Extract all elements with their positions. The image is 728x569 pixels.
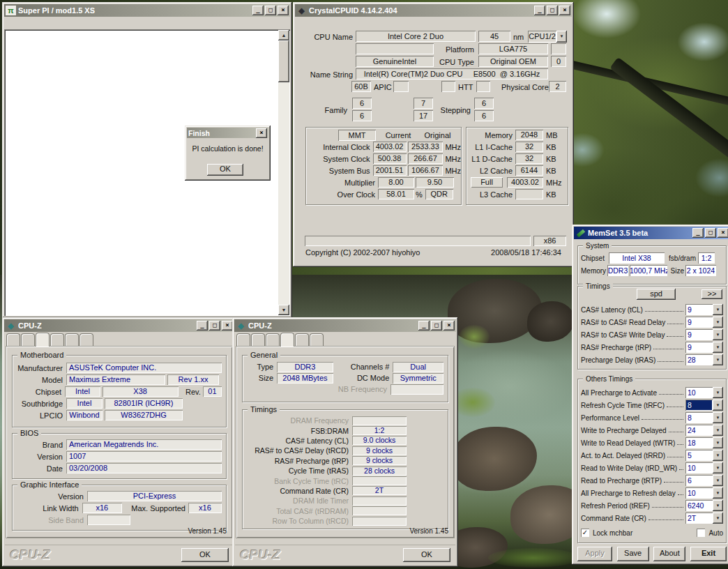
timing-select[interactable]: 10 ▼	[685, 462, 723, 473]
output-line	[9, 116, 274, 126]
scroll-thumb[interactable]	[278, 40, 289, 82]
tab[interactable]	[50, 333, 64, 346]
menu-item[interactable]	[315, 22, 325, 24]
timing-select[interactable]: 9 ▼	[685, 329, 723, 340]
save-button[interactable]: Save	[617, 547, 649, 561]
ok-button[interactable]: OK	[403, 548, 450, 562]
timing-select[interactable]: 24 ▼	[685, 425, 723, 436]
maximize-button[interactable]: □	[547, 6, 558, 15]
tab[interactable]	[21, 333, 35, 346]
chevron-down-icon[interactable]: ▼	[713, 317, 723, 328]
ok-button[interactable]: OK	[207, 164, 243, 176]
chevron-down-icon[interactable]: ▼	[556, 31, 567, 43]
maximize-button[interactable]: □	[431, 321, 442, 331]
minimize-button[interactable]: _	[197, 321, 208, 331]
tab[interactable]	[6, 333, 20, 346]
about-button[interactable]: About	[653, 547, 685, 561]
auto-checkbox[interactable]	[697, 529, 705, 537]
tab[interactable]	[36, 333, 50, 347]
memset-icon	[575, 228, 586, 238]
expand-button[interactable]: >>	[702, 289, 722, 299]
apply-button[interactable]: Apply	[577, 547, 612, 561]
lock-mchbar-checkbox[interactable]: ✓	[581, 529, 589, 537]
maximize-button[interactable]: □	[209, 321, 220, 331]
tab[interactable]	[280, 333, 294, 347]
minimize-button[interactable]: _	[252, 6, 264, 15]
chevron-down-icon[interactable]: ▼	[713, 425, 723, 436]
maximize-button[interactable]: □	[705, 228, 716, 238]
minimize-button[interactable]: _	[418, 321, 430, 331]
tab[interactable]	[79, 333, 93, 346]
memset-titlebar[interactable]: MemSet 3.5 beta _ □ ×	[574, 227, 728, 239]
close-button[interactable]: ×	[256, 128, 267, 138]
timing-select[interactable]: 9 ▼	[685, 342, 723, 353]
scrollbar[interactable]: ▲ ▼	[278, 30, 289, 315]
finish-titlebar[interactable]: Finish ×	[187, 128, 268, 138]
cpuz-titlebar[interactable]: ◆ CPU-Z _ □ ×	[4, 319, 234, 332]
mmt-button[interactable]: MMT	[338, 130, 376, 141]
chevron-down-icon[interactable]: ▼	[713, 354, 723, 365]
tab[interactable]	[310, 333, 324, 346]
timing-select[interactable]: 9 ▼	[685, 317, 723, 328]
chevron-down-icon[interactable]: ▼	[713, 475, 723, 486]
timing-select[interactable]: 18 ▼	[685, 437, 723, 448]
maximize-button[interactable]: □	[265, 6, 276, 15]
minimize-button[interactable]: _	[692, 228, 704, 238]
menu-item[interactable]	[305, 22, 315, 24]
timing-row: Refresh Cycle Time (tRFC) 8 ▼	[578, 399, 726, 411]
ok-button[interactable]: OK	[181, 548, 229, 562]
chevron-down-icon[interactable]: ▼	[713, 329, 723, 340]
spd-button[interactable]: spd	[637, 289, 676, 300]
tab[interactable]	[236, 333, 250, 346]
menu-item[interactable]	[335, 22, 344, 24]
chevron-down-icon[interactable]: ▼	[713, 487, 723, 499]
timing-select[interactable]: 6 ▼	[685, 475, 723, 486]
chevron-down-icon[interactable]: ▼	[713, 437, 723, 448]
scroll-down-icon[interactable]: ▼	[278, 305, 289, 315]
chevron-down-icon[interactable]: ▼	[713, 513, 723, 524]
name-string-field: Intel(R) Core(TM)2 Duo CPU E8500 @ 3.16G…	[356, 68, 548, 79]
minimize-button[interactable]: _	[534, 6, 545, 15]
chevron-down-icon[interactable]: ▼	[713, 500, 723, 511]
original-column-label: Original	[418, 131, 457, 139]
chevron-down-icon[interactable]: ▼	[713, 450, 723, 461]
close-button[interactable]: ×	[718, 228, 728, 238]
tab[interactable]	[251, 333, 265, 346]
timing-select[interactable]: 10 ▼	[685, 487, 723, 499]
chevron-down-icon[interactable]: ▼	[713, 342, 723, 353]
chevron-down-icon[interactable]: ▼	[713, 400, 723, 411]
close-button[interactable]: ×	[443, 321, 455, 331]
close-button[interactable]: ×	[278, 6, 289, 15]
menu-item[interactable]	[325, 22, 335, 24]
chevron-down-icon[interactable]: ▼	[713, 462, 723, 473]
close-button[interactable]: ×	[559, 6, 570, 15]
close-button[interactable]: ×	[222, 321, 233, 331]
timing-select[interactable]: 8 ▼	[685, 412, 723, 423]
menu-item[interactable]	[5, 22, 15, 24]
timing-select[interactable]: 5 ▼	[685, 450, 723, 461]
tab[interactable]	[295, 333, 309, 346]
superpi-titlebar[interactable]: π Super PI / mod1.5 XS _ □ ×	[4, 4, 290, 17]
finish-message: PI calculation is done!	[187, 144, 268, 153]
chevron-down-icon[interactable]: ▼	[713, 387, 723, 398]
chevron-down-icon[interactable]: ▼	[713, 412, 723, 423]
menu-item[interactable]	[296, 22, 305, 24]
timing-select[interactable]: 6240 ▼	[685, 500, 723, 511]
cpu-select[interactable]: CPU1/2 ▼	[528, 31, 567, 43]
clock-current-value: 2001.51	[373, 165, 407, 176]
crystalcpuid-titlebar[interactable]: ◆ CrystalCPUID 4.14.2.404 _ □ ×	[295, 4, 572, 17]
cpuz-titlebar[interactable]: ◆ CPU-Z _ □ ×	[234, 319, 456, 332]
scroll-up-icon[interactable]: ▲	[278, 30, 289, 40]
timing-select[interactable]: 8 ▼	[685, 400, 723, 411]
timing-row: Cycle Time (tRAS) 28 clocks	[243, 466, 448, 476]
timing-select[interactable]: 2T ▼	[685, 513, 723, 524]
tab[interactable]	[266, 333, 280, 346]
exit-button[interactable]: Exit	[690, 547, 727, 561]
timing-select[interactable]: 28 ▼	[685, 354, 723, 365]
tab[interactable]	[65, 333, 79, 346]
menu-item[interactable]	[15, 22, 24, 24]
chevron-down-icon[interactable]: ▼	[713, 304, 723, 315]
menu-item[interactable]	[24, 22, 34, 24]
timing-select[interactable]: 9 ▼	[685, 304, 723, 315]
timing-select[interactable]: 10 ▼	[685, 387, 723, 398]
